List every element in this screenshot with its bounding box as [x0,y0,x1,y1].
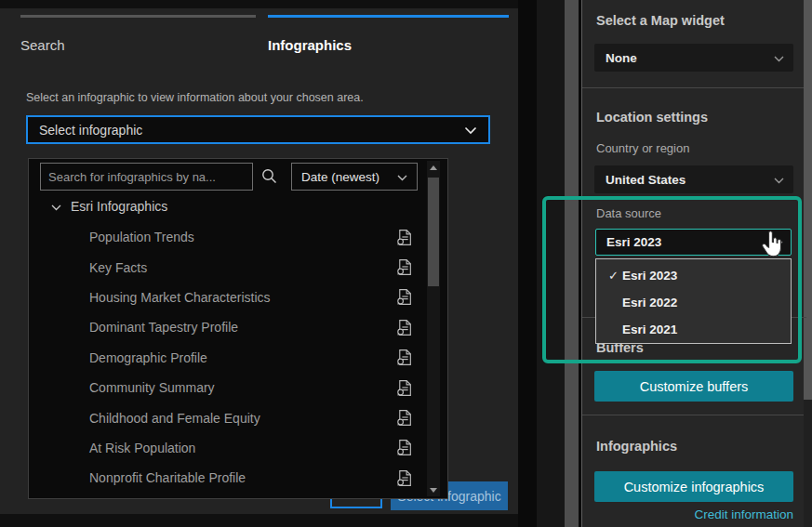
chevron-down-icon [774,171,784,188]
chevron-down-icon [774,49,784,66]
preview-infographic-icon[interactable] [394,408,414,428]
preview-infographic-icon[interactable] [394,378,414,398]
tab-search[interactable]: Search [20,37,65,53]
chevron-down-icon [51,198,61,215]
list-item[interactable]: Demographic Profile [29,343,421,373]
customize-buffers-button[interactable]: Customize buffers [594,371,793,402]
sort-select[interactable]: Date (newest) [291,163,418,191]
country-select[interactable]: United States [594,165,793,193]
tab-indicator-search [20,15,256,18]
country-label: Country or region [596,141,689,155]
scrollbar-thumb[interactable] [804,0,812,400]
map-widget-select[interactable]: None [594,44,793,72]
sort-select-value: Date (newest) [301,170,397,184]
preview-infographic-icon[interactable] [394,318,414,337]
picker-scrollbar[interactable] [427,161,440,496]
scrollbar-thumb[interactable] [428,178,439,286]
list-item[interactable]: Community Summary [29,373,421,402]
infographics-heading: Infographics [596,439,677,454]
list-item[interactable]: Nonprofit Charitable Profile [29,463,421,493]
list-item[interactable]: Population Trends [29,222,421,252]
preview-infographic-icon[interactable] [394,287,414,307]
divider [582,415,806,415]
preview-infographic-icon[interactable] [394,438,414,457]
list-item[interactable]: Housing Market Characteristics [29,283,421,312]
chevron-down-icon [464,122,477,138]
dialog-description: Select an infographic to view informatio… [26,91,364,104]
preview-infographic-icon[interactable] [394,498,414,499]
panel-scrollbar[interactable] [804,0,812,527]
tab-infographics[interactable]: Infographics [268,37,352,53]
list-item[interactable]: Key Facts [29,252,421,282]
preview-infographic-icon[interactable] [394,257,414,277]
scroll-up-button[interactable] [427,161,440,174]
divider [582,87,806,88]
tab-indicator-infographics [268,15,509,18]
infographic-list: Population Trends Key Facts Housing Mark… [29,222,421,499]
chevron-down-icon [397,168,407,185]
list-item[interactable]: Childhood and Female Equity [29,402,421,432]
preview-infographic-icon[interactable] [394,228,414,247]
preview-infographic-icon[interactable] [394,348,414,367]
list-item[interactable]: At Risk Population [29,433,421,463]
group-label: Esri Infographics [71,199,167,214]
preview-infographic-icon[interactable] [394,468,414,488]
list-item[interactable]: Economic Development Profile [29,494,421,499]
credit-information-link[interactable]: Credit information [596,507,793,521]
scroll-down-button[interactable] [427,483,440,496]
search-input[interactable] [40,163,253,191]
infographic-select[interactable]: Select infographic [26,115,490,144]
infographic-select-value: Select infographic [39,123,464,138]
location-settings-heading: Location settings [596,110,708,125]
customize-infographics-button[interactable]: Customize infographics [594,471,793,502]
group-esri-infographics[interactable]: Esri Infographics [51,194,167,218]
map-widget-heading: Select a Map widget [596,13,725,28]
highlight-annotation-rectangle [542,196,802,363]
hand-cursor-icon [761,231,782,261]
app-frame: Search Infographics Select an infographi… [0,0,812,527]
infographic-picker-panel: Date (newest) Esri Infographics Populati… [28,158,448,499]
list-item[interactable]: Dominant Tapestry Profile [29,312,421,342]
search-icon[interactable] [260,167,278,189]
